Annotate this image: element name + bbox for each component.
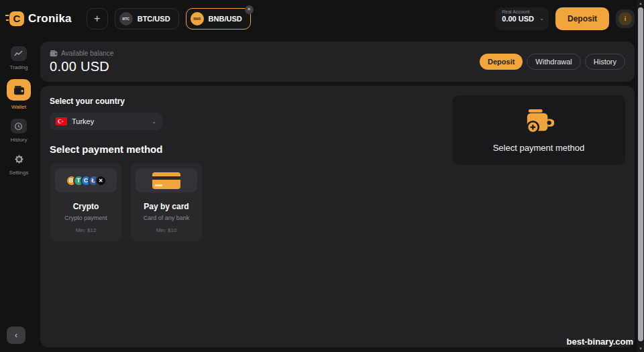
payment-preview-panel: Select payment method (452, 95, 625, 165)
wallet-icon (7, 79, 31, 101)
bnb-coin-icon: BNB (191, 12, 204, 25)
turkey-flag-icon (56, 117, 67, 125)
main-content: Available balance 0.00 USD Deposit Withd… (40, 37, 635, 352)
scroll-up-icon[interactable]: ▲ (637, 0, 644, 7)
pair-tab-label: BNB/USD (209, 15, 242, 23)
payment-method-description: Crypto payment (64, 215, 107, 221)
account-balance: 0.00 USD (502, 15, 534, 23)
payment-method-min: Min: $10 (156, 227, 177, 233)
sidebar-item-label: History (11, 137, 28, 143)
sidebar-item-history[interactable]: History (11, 119, 28, 143)
pair-tab-bnbusd[interactable]: BNB BNB/USD ✕ (186, 8, 251, 30)
deposit-panel: Select your country Turkey ⌄ Select paym… (40, 86, 635, 347)
logo-text: Cronika (28, 12, 72, 25)
close-tab-icon[interactable]: ✕ (245, 5, 254, 14)
scrollbar-thumb[interactable] (638, 7, 643, 341)
chevron-down-icon: ⌄ (539, 15, 544, 21)
chevron-down-icon: ⌄ (152, 119, 156, 125)
sidebar-item-label: Trading (10, 64, 28, 70)
sidebar-item-trading[interactable]: Trading (10, 46, 28, 70)
wallet-small-icon (50, 50, 58, 57)
sidebar-item-label: Wallet (11, 104, 26, 110)
withdrawal-tab-button[interactable]: Withdrawal (527, 54, 580, 70)
country-selected-value: Turkey (72, 117, 94, 125)
page-scrollbar[interactable]: ▲ ▼ (637, 0, 644, 352)
deposit-tab-button[interactable]: Deposit (480, 54, 523, 70)
app-logo: C Cronika (9, 11, 72, 26)
payment-method-name: Pay by card (144, 202, 189, 211)
sidebar-item-settings[interactable]: Settings (9, 152, 29, 176)
payment-method-name: Crypto (73, 202, 99, 211)
gear-icon (11, 152, 27, 166)
pair-tab-btcusd[interactable]: BTC BTC/USD (115, 8, 179, 30)
account-selector[interactable]: Real Account 0.00 USD ⌄ (496, 7, 549, 30)
btc-coin-icon: BTC (119, 12, 133, 25)
account-type-label: Real Account (502, 9, 534, 14)
watermark: best-binary.com (567, 337, 633, 347)
credit-card-icon (152, 172, 180, 189)
payment-method-description: Card of any bank (144, 215, 190, 221)
history-tab-button[interactable]: History (585, 54, 625, 70)
add-pair-tab-button[interactable]: + (87, 8, 108, 30)
history-clock-icon (11, 119, 27, 133)
country-select[interactable]: Turkey ⌄ (50, 113, 162, 130)
sidebar-item-wallet[interactable]: Wallet (7, 79, 31, 110)
payment-method-crypto[interactable]: B T C Ł ✕ Crypto Crypto payment Min: $12 (50, 163, 122, 241)
wallet-add-icon (523, 108, 554, 136)
logo-icon: C (9, 11, 24, 26)
balance-panel: Available balance 0.00 USD Deposit Withd… (40, 42, 635, 82)
profile-button[interactable]: i (616, 9, 635, 28)
sidebar-item-label: Settings (9, 170, 29, 176)
collapse-sidebar-button[interactable]: ‹ (7, 327, 25, 344)
credit-card-tile (136, 168, 197, 192)
sidebar: Trading Wallet History (0, 37, 38, 352)
header-deposit-button[interactable]: Deposit (555, 7, 609, 30)
pair-tab-label: BTC/USD (138, 15, 170, 23)
available-balance-amount: 0.00 USD (50, 59, 113, 74)
profile-icon: i (619, 12, 632, 25)
payment-method-card[interactable]: Pay by card Card of any bank Min: $10 (130, 163, 203, 241)
payment-method-min: Min: $12 (76, 227, 97, 233)
top-bar: C Cronika + BTC BTC/USD BNB BNB/USD ✕ Re… (0, 0, 644, 37)
scroll-down-icon[interactable]: ▼ (637, 345, 644, 352)
payment-preview-label: Select payment method (493, 143, 585, 153)
more-coins-icon: ✕ (95, 175, 107, 186)
trading-chart-icon (11, 46, 27, 61)
crypto-icons-tile: B T C Ł ✕ (55, 168, 117, 192)
available-balance-label: Available balance (61, 50, 113, 57)
